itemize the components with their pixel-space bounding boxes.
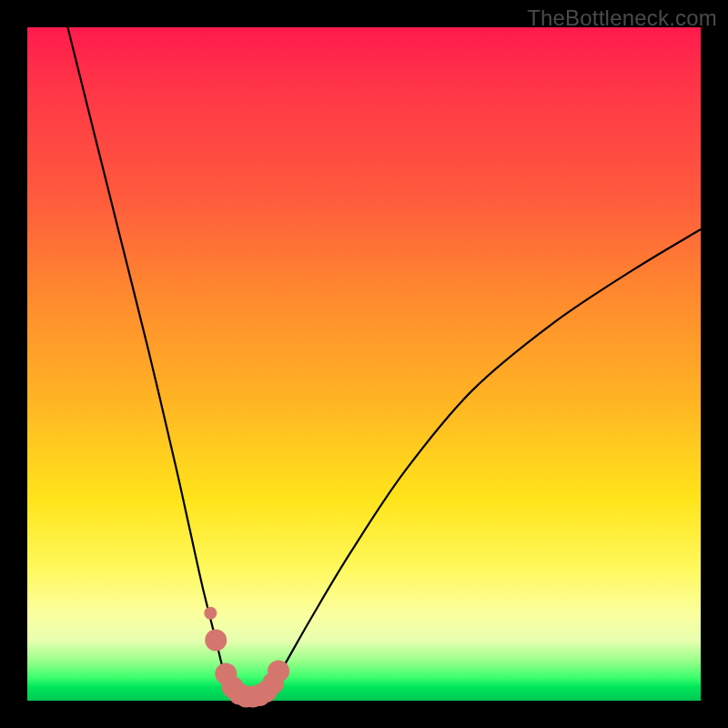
curve-layer	[27, 27, 701, 701]
marker-dot	[204, 607, 217, 620]
plot-area	[27, 27, 701, 701]
highlight-markers	[204, 607, 289, 708]
chart-frame: TheBottleneck.com	[0, 0, 728, 728]
bottleneck-curve	[67, 27, 701, 698]
marker-dot	[205, 629, 227, 651]
marker-dot	[268, 660, 289, 682]
